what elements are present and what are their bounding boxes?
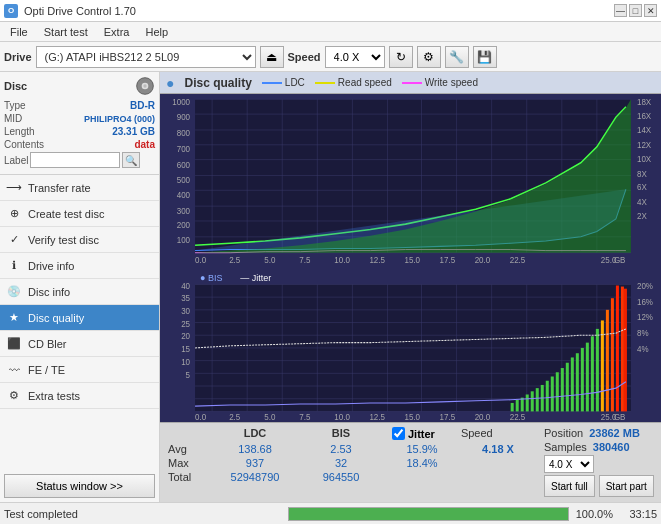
svg-rect-118: [551, 377, 554, 412]
speed-select[interactable]: 4.0 X 2.0 X 8.0 X: [325, 46, 385, 68]
menu-file[interactable]: File: [4, 25, 34, 39]
max-bis-val: 32: [306, 457, 376, 469]
stats-speed-select[interactable]: 4.0 X 2.0 X 8.0 X: [544, 455, 594, 473]
svg-rect-112: [521, 398, 524, 412]
nav-extra-tests[interactable]: ⚙ Extra tests: [0, 383, 159, 409]
jitter-label: Jitter: [408, 428, 435, 440]
save-button[interactable]: 💾: [473, 46, 497, 68]
status-window-button[interactable]: Status window >>: [4, 474, 155, 498]
svg-text:16%: 16%: [637, 297, 654, 306]
svg-text:17.5: 17.5: [440, 256, 456, 265]
refresh-button[interactable]: ↻: [389, 46, 413, 68]
svg-rect-120: [561, 368, 564, 411]
svg-text:4X: 4X: [637, 198, 647, 207]
disc-label-button[interactable]: 🔍: [122, 152, 140, 168]
svg-rect-133: [624, 289, 627, 412]
svg-text:300: 300: [177, 206, 191, 215]
menu-extra[interactable]: Extra: [98, 25, 136, 39]
svg-rect-123: [576, 353, 579, 411]
svg-text:40: 40: [181, 281, 190, 290]
disc-length-row: Length 23.31 GB: [4, 126, 155, 137]
nav-drive-info[interactable]: ℹ Drive info: [0, 253, 159, 279]
start-part-button[interactable]: Start part: [599, 475, 654, 497]
svg-text:12%: 12%: [637, 313, 654, 322]
legend-write-speed: Write speed: [402, 77, 478, 88]
disc-label-input[interactable]: [30, 152, 120, 168]
svg-text:12.5: 12.5: [369, 413, 385, 422]
total-ldc-val: 52948790: [220, 471, 290, 483]
minimize-button[interactable]: —: [614, 4, 627, 17]
disc-mid-value: PHILIPRO4 (000): [84, 114, 155, 124]
svg-text:● BIS: ● BIS: [200, 273, 222, 283]
svg-rect-124: [581, 348, 584, 411]
svg-text:— Jitter: — Jitter: [240, 273, 271, 283]
jitter-checkbox[interactable]: Jitter: [392, 427, 435, 440]
svg-point-2: [143, 84, 146, 87]
position-label: Position: [544, 427, 583, 439]
nav-disc-quality-label: Disc quality: [28, 312, 84, 324]
fe-te-icon: 〰: [6, 362, 22, 378]
extra-tests-icon: ⚙: [6, 388, 22, 404]
svg-text:20: 20: [181, 332, 190, 341]
title-bar-left: O Opti Drive Control 1.70: [4, 4, 136, 18]
svg-text:GB: GB: [614, 256, 626, 265]
svg-text:22.5: 22.5: [510, 256, 526, 265]
nav-disc-info[interactable]: 💿 Disc info: [0, 279, 159, 305]
charts-svg: 1000 900 800 700 600 500 400 300 200 100…: [160, 94, 661, 422]
settings-button1[interactable]: ⚙: [417, 46, 441, 68]
svg-text:12.5: 12.5: [369, 256, 385, 265]
legend-read-speed: Read speed: [315, 77, 392, 88]
progress-bar-area: Test completed 100.0% 33:15: [0, 502, 661, 524]
disc-contents-label: Contents: [4, 139, 44, 150]
svg-text:200: 200: [177, 221, 191, 230]
nav-transfer-rate[interactable]: ⟶ Transfer rate: [0, 175, 159, 201]
svg-rect-130: [611, 298, 614, 411]
svg-rect-127: [596, 329, 599, 412]
menu-help[interactable]: Help: [139, 25, 174, 39]
start-full-button[interactable]: Start full: [544, 475, 595, 497]
jitter-check-input[interactable]: [392, 427, 405, 440]
charts-area: 1000 900 800 700 600 500 400 300 200 100…: [160, 94, 661, 422]
svg-rect-129: [606, 310, 609, 412]
verify-test-disc-icon: ✓: [6, 232, 22, 248]
samples-value: 380460: [593, 441, 630, 453]
progress-percent: 100.0%: [573, 508, 613, 520]
nav-verify-test-disc-label: Verify test disc: [28, 234, 99, 246]
eject-button[interactable]: ⏏: [260, 46, 284, 68]
nav-disc-quality[interactable]: ★ Disc quality: [0, 305, 159, 331]
svg-rect-128: [601, 320, 604, 411]
avg-ldc-val: 138.68: [220, 443, 290, 455]
legend-ldc-label: LDC: [285, 77, 305, 88]
svg-text:7.5: 7.5: [299, 413, 311, 422]
disc-panel: Disc Type BD-R MID PHILIPRO4 (000) Lengt…: [0, 72, 159, 175]
nav-cd-bler[interactable]: ⬛ CD Bler: [0, 331, 159, 357]
stats-ldc-header: LDC: [220, 427, 290, 440]
nav-fe-te[interactable]: 〰 FE / TE: [0, 357, 159, 383]
svg-rect-131: [616, 286, 619, 412]
nav-transfer-rate-label: Transfer rate: [28, 182, 91, 194]
menu-start-test[interactable]: Start test: [38, 25, 94, 39]
svg-text:15.0: 15.0: [404, 256, 420, 265]
disc-length-value: 23.31 GB: [112, 126, 155, 137]
maximize-button[interactable]: □: [629, 4, 642, 17]
svg-text:600: 600: [177, 161, 191, 170]
nav-verify-test-disc[interactable]: ✓ Verify test disc: [0, 227, 159, 253]
samples-label: Samples: [544, 441, 587, 453]
nav-create-test-disc[interactable]: ⊕ Create test disc: [0, 201, 159, 227]
disc-title: Disc: [4, 80, 27, 92]
svg-text:14X: 14X: [637, 126, 652, 135]
close-button[interactable]: ✕: [644, 4, 657, 17]
title-bar: O Opti Drive Control 1.70 — □ ✕: [0, 0, 661, 22]
svg-text:5: 5: [186, 370, 191, 379]
svg-rect-132: [621, 287, 624, 412]
disc-info-icon: 💿: [6, 284, 22, 300]
drive-label: Drive: [4, 51, 32, 63]
svg-text:900: 900: [177, 113, 191, 122]
position-row: Position 23862 MB: [544, 427, 654, 439]
stats-avg-row: Avg 138.68 2.53 15.9% 4.18 X: [168, 443, 528, 455]
disc-label-label: Label: [4, 155, 28, 166]
stats-bis-header: BIS: [306, 427, 376, 440]
legend-ldc: LDC: [262, 77, 305, 88]
settings-button2[interactable]: 🔧: [445, 46, 469, 68]
drive-select[interactable]: (G:) ATAPI iHBS212 2 5L09: [36, 46, 256, 68]
